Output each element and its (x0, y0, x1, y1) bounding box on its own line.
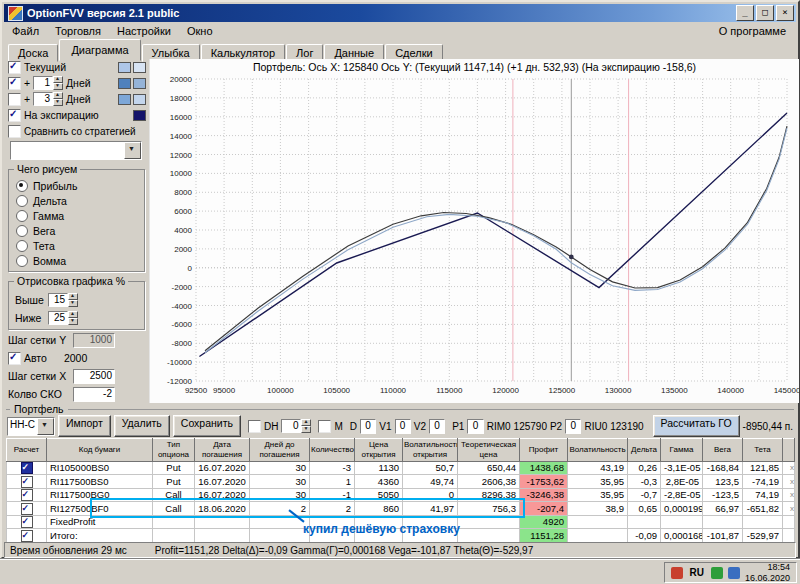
tray-network-icon[interactable] (728, 567, 740, 579)
cell-del[interactable]: х (783, 462, 795, 475)
radio-icon[interactable] (16, 180, 28, 192)
v2-input[interactable]: 0 (429, 419, 445, 434)
draw-option-3[interactable]: Вега (13, 223, 140, 238)
chevron-down-icon[interactable] (37, 418, 54, 435)
draw-option-0[interactable]: Прибыль (13, 178, 140, 193)
radio-icon[interactable] (16, 225, 28, 237)
tab-1[interactable]: Диаграмма (59, 39, 140, 61)
maximize-button[interactable]: □ (756, 5, 774, 21)
spinner-down-icon[interactable] (53, 83, 63, 90)
col-header-8[interactable]: Теоретическая цена (458, 439, 520, 462)
p1-input[interactable]: 0 (467, 419, 483, 434)
chevron-down-icon[interactable] (124, 142, 141, 159)
curve-checkbox[interactable] (8, 109, 21, 122)
col-header-12[interactable]: Гамма (661, 439, 703, 462)
menu-item-2[interactable]: Настройки (109, 23, 179, 39)
riu-label: RIU0 (584, 421, 607, 432)
cell-gamma: -3,1E-05 (661, 462, 703, 475)
payoff-chart[interactable]: -12000-10000-8000-6000-4000-200002000400… (150, 75, 799, 403)
row-checkbox[interactable] (21, 462, 33, 474)
dh-spinner[interactable]: 0 (281, 419, 311, 433)
cell-gamma (661, 515, 703, 528)
col-header-2[interactable]: Тип опциона (153, 439, 195, 462)
curve-checkbox[interactable] (8, 77, 21, 90)
save-button[interactable]: Сохранить (173, 415, 241, 437)
col-header-7[interactable]: Волатильность открытия (403, 439, 458, 462)
app-window: OptionFVV версия 2.1 public _ □ × ФайлТо… (0, 0, 800, 559)
col-header-14[interactable]: Тета (743, 439, 783, 462)
d-input[interactable]: 0 (360, 419, 376, 434)
draw-option-1[interactable]: Дельта (13, 193, 140, 208)
col-header-3[interactable]: Дата погашения (195, 439, 250, 462)
row-checkbox[interactable] (21, 476, 33, 488)
v1-input[interactable]: 0 (395, 419, 411, 434)
m-checkbox[interactable] (318, 420, 331, 433)
days-spinner[interactable]: 3 (33, 92, 63, 106)
auto-grid-checkbox[interactable] (8, 352, 21, 365)
strategy-compare-value (11, 142, 124, 159)
cell-delta: -0,7 (628, 488, 661, 501)
col-header-11[interactable]: Дельта (628, 439, 661, 462)
menu-item-1[interactable]: Торговля (47, 23, 109, 39)
spinner-down-icon[interactable] (53, 99, 63, 106)
col-header-6[interactable]: Цена открытия (355, 439, 403, 462)
close-button[interactable]: × (776, 5, 794, 21)
col-header-1[interactable]: Код бумаги (47, 439, 153, 462)
col-header-13[interactable]: Вега (703, 439, 743, 462)
radio-icon[interactable] (16, 210, 28, 222)
spinner-down-icon[interactable] (301, 426, 311, 433)
grid-x-input[interactable]: 2500 (73, 369, 115, 384)
import-button[interactable]: Импорт (58, 415, 111, 437)
draw-option-4[interactable]: Тета (13, 238, 140, 253)
compare-strategy-checkbox[interactable] (8, 125, 21, 138)
v1-label: V1 (379, 421, 391, 432)
cell-type: Call (153, 488, 195, 501)
below-spinner[interactable]: 25 (48, 311, 78, 325)
days-spinner[interactable]: 1 (33, 76, 63, 90)
col-header-15[interactable] (783, 439, 795, 462)
p2-input[interactable]: 0 (565, 419, 581, 434)
spinner-down-icon[interactable] (68, 318, 78, 325)
above-spinner[interactable]: 15 (48, 293, 78, 307)
draw-option-2[interactable]: Гамма (13, 208, 140, 223)
spinner-down-icon[interactable] (68, 300, 78, 307)
row-checkbox[interactable] (21, 503, 33, 515)
sko-input[interactable]: -2 (73, 387, 115, 402)
above-row: Выше 15 (13, 292, 140, 308)
cell-del[interactable]: х (783, 475, 795, 488)
col-header-5[interactable]: Количество (310, 439, 355, 462)
draw-option-5[interactable]: Вомма (13, 253, 140, 268)
dh-checkbox[interactable] (248, 420, 261, 433)
strategy-compare-select[interactable] (10, 141, 142, 160)
tray-status-icon[interactable] (711, 567, 723, 579)
radio-icon[interactable] (16, 255, 28, 267)
cell-del[interactable]: х (783, 488, 795, 501)
plus-label: + (24, 93, 30, 105)
menu-about[interactable]: О программе (709, 23, 796, 39)
col-header-0[interactable]: Расчет (7, 439, 47, 462)
minimize-button[interactable]: _ (736, 5, 754, 21)
sko-row: Колво СКО -2 (6, 386, 148, 402)
cell-del[interactable]: х (783, 502, 795, 515)
curve-checkbox[interactable] (8, 93, 21, 106)
menu-item-3[interactable]: Окно (179, 23, 221, 39)
days-spinner-value: 3 (33, 92, 53, 106)
row-checkbox[interactable] (21, 530, 33, 542)
calc-go-button[interactable]: Рассчитать ГО (653, 415, 740, 437)
row-checkbox[interactable] (21, 489, 33, 501)
language-indicator[interactable]: RU (688, 567, 706, 578)
d-label: D (350, 421, 357, 432)
curve-checkbox[interactable] (8, 61, 21, 74)
tray-app-icon[interactable] (671, 567, 683, 579)
row-checkbox[interactable] (21, 516, 33, 528)
cell-days: 30 (250, 462, 310, 475)
portfolio-select[interactable]: НН-С (7, 417, 55, 436)
radio-icon[interactable] (16, 240, 28, 252)
menu-item-0[interactable]: Файл (4, 23, 47, 39)
delete-button[interactable]: Удалить (114, 415, 170, 437)
col-header-10[interactable]: Волатильность (568, 439, 628, 462)
radio-icon[interactable] (16, 195, 28, 207)
col-header-9[interactable]: Профит (520, 439, 568, 462)
col-header-4[interactable]: Дней до погашения (250, 439, 310, 462)
grid-y-input[interactable]: 1000 (73, 333, 115, 348)
